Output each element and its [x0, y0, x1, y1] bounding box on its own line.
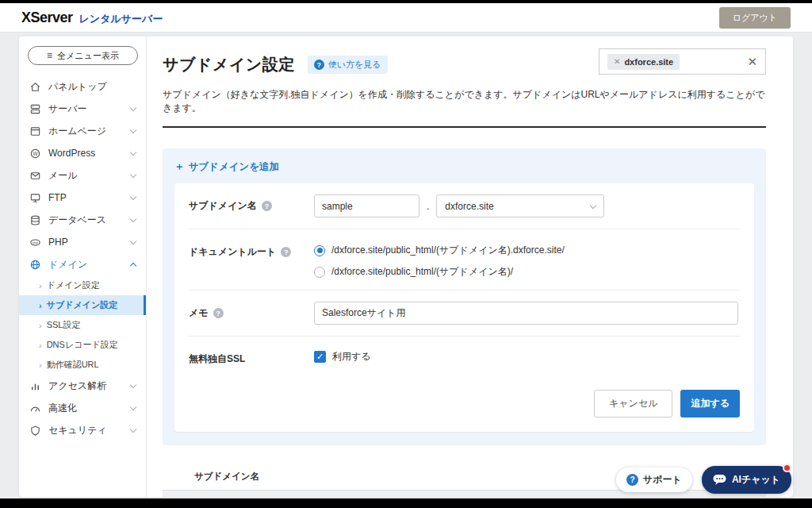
sidebar-subitem-ssl-settings[interactable]: › SSL設定 — [19, 315, 146, 335]
security-icon — [29, 425, 41, 437]
logo-service-name: レンタルサーバー — [79, 12, 163, 26]
logout-button[interactable]: ログアウト — [719, 7, 791, 29]
domain-filter-chip[interactable]: ✕ dxforce.site — [607, 54, 680, 70]
sidebar-item-ftp[interactable]: FTP — [19, 187, 146, 209]
main-content: サブドメイン設定 ? 使い方を見る ✕ dxforce.site ✕ サブドメイ… — [147, 37, 793, 497]
docroot-option-plain[interactable]: /dxforce.site/public_html/(サブドメイン名)/ — [314, 265, 565, 279]
home-icon — [29, 81, 41, 93]
document-root-label: ドキュメントルート — [189, 245, 276, 259]
notification-dot — [783, 464, 791, 472]
radio-selected-icon[interactable] — [314, 245, 325, 256]
speed-icon — [29, 402, 41, 414]
support-button[interactable]: ? サポート — [616, 468, 692, 492]
chevron-down-icon — [130, 104, 136, 110]
chevron-down-icon — [130, 148, 136, 155]
page-description: サブドメイン（好きな文字列.独自ドメイン）を作成・削除することができます。サブド… — [163, 88, 766, 115]
xserver-logo: XServer レンタルサーバー — [21, 10, 163, 26]
sidebar-item-mail[interactable]: メール — [19, 164, 146, 187]
close-icon[interactable]: ✕ — [747, 56, 757, 67]
domain-filter-box: ✕ dxforce.site ✕ — [599, 48, 766, 75]
chevron-down-icon — [130, 215, 136, 221]
php-icon: php — [29, 237, 41, 248]
domain-separator: . — [427, 201, 429, 212]
ssl-use-label: 利用する — [332, 350, 371, 364]
sidebar: ≡ 全メニュー表示 パネルトップ サーバー ホームページ W WordPress… — [19, 37, 147, 497]
app-header: XServer レンタルサーバー ログアウト — [0, 3, 812, 33]
sidebar-item-panel-top[interactable]: パネルトップ — [19, 75, 146, 98]
chevron-down-icon — [130, 171, 136, 177]
add-submit-button[interactable]: 追加する — [680, 390, 740, 418]
svg-text:W: W — [33, 150, 38, 156]
mail-icon — [29, 170, 41, 182]
section-divider — [163, 126, 766, 128]
subdomain-name-input[interactable] — [314, 194, 419, 217]
sidebar-item-php[interactable]: php PHP — [19, 231, 146, 253]
sidebar-subitem-dns-record-settings[interactable]: › DNSレコード設定 — [19, 335, 146, 355]
add-subdomain-form: サブドメイン名 ? . dxforce.site ドキュメントルー — [174, 183, 754, 432]
sidebar-item-server[interactable]: サーバー — [19, 98, 146, 120]
radio-unselected-icon[interactable] — [314, 267, 325, 278]
memo-input[interactable] — [314, 302, 738, 325]
content-card: ≡ 全メニュー表示 パネルトップ サーバー ホームページ W WordPress… — [19, 37, 793, 497]
subdomain-name-label: サブドメイン名 — [189, 199, 257, 213]
ftp-icon — [29, 192, 41, 204]
question-icon: ? — [314, 60, 324, 70]
chip-remove-icon[interactable]: ✕ — [614, 57, 620, 66]
domain-select[interactable]: dxforce.site — [436, 194, 604, 217]
logo-wordmark: XServer — [21, 10, 73, 26]
help-icon[interactable]: ? — [281, 247, 291, 257]
sidebar-item-speed-up[interactable]: 高速化 — [19, 397, 146, 419]
chat-bubble-icon — [713, 474, 726, 486]
page-title: サブドメイン設定 — [163, 54, 295, 75]
chevron-down-icon — [130, 237, 136, 244]
wordpress-icon: W — [29, 148, 41, 160]
sub-arrow-icon: › — [39, 341, 42, 350]
bottom-screen-edge — [0, 498, 812, 508]
sidebar-subitem-domain-settings[interactable]: › ドメイン設定 — [19, 275, 146, 295]
chevron-down-icon — [130, 403, 136, 410]
sub-arrow-icon: › — [39, 321, 42, 330]
sidebar-item-homepage[interactable]: ホームページ — [19, 120, 146, 142]
sidebar-item-security[interactable]: セキュリティ — [19, 419, 146, 441]
help-icon[interactable]: ? — [213, 308, 224, 318]
sub-arrow-icon: › — [39, 301, 42, 310]
cancel-button[interactable]: キャンセル — [594, 390, 672, 418]
top-screen-edge — [0, 0, 812, 3]
memo-label: メモ — [189, 306, 209, 320]
hamburger-icon: ≡ — [47, 50, 52, 61]
sidebar-subitem-operation-check-url[interactable]: › 動作確認URL — [19, 355, 146, 375]
sub-arrow-icon: › — [39, 360, 42, 370]
plus-icon: ＋ — [174, 160, 185, 174]
domain-icon — [29, 259, 41, 271]
sidebar-item-database[interactable]: データベース — [19, 209, 146, 231]
sidebar-item-domain[interactable]: ドメイン — [19, 253, 146, 275]
chevron-down-icon — [130, 381, 136, 387]
analytics-icon — [29, 380, 41, 392]
how-to-use-link[interactable]: ? 使い方を見る — [308, 56, 388, 74]
server-icon — [29, 103, 41, 115]
chevron-down-icon — [130, 425, 136, 432]
docroot-option-with-domain[interactable]: /dxforce.site/public_html/(サブドメイン名).dxfo… — [314, 244, 565, 257]
add-subdomain-toggle[interactable]: ＋ サブドメインを追加 — [174, 160, 279, 174]
sidebar-item-access-analysis[interactable]: アクセス解析 — [19, 375, 146, 397]
chevron-down-icon — [590, 202, 596, 208]
svg-text:php: php — [33, 241, 39, 244]
chevron-up-icon — [130, 262, 136, 268]
sidebar-item-wordpress[interactable]: W WordPress — [19, 142, 146, 164]
chevron-down-icon — [130, 193, 136, 199]
question-icon: ? — [626, 474, 638, 486]
sidebar-subitem-subdomain-settings[interactable]: › サブドメイン設定 — [19, 295, 146, 315]
all-menu-label: 全メニュー表示 — [57, 50, 119, 62]
floating-actions: ? サポート AIチャット — [616, 466, 791, 494]
homepage-icon — [29, 125, 41, 137]
column-subdomain-name: サブドメイン名 — [172, 471, 639, 483]
free-ssl-label: 無料独自SSL — [189, 352, 245, 366]
sub-arrow-icon: › — [39, 281, 42, 291]
help-icon[interactable]: ? — [262, 201, 272, 211]
ssl-checkbox-checked[interactable]: ✓ — [314, 351, 326, 363]
database-icon — [29, 214, 41, 226]
add-subdomain-panel: ＋ サブドメインを追加 サブドメイン名 ? . dxforce.site — [163, 148, 766, 445]
ai-chat-button[interactable]: AIチャット — [702, 466, 791, 494]
chevron-down-icon — [130, 126, 136, 133]
all-menu-button[interactable]: ≡ 全メニュー表示 — [28, 46, 138, 65]
